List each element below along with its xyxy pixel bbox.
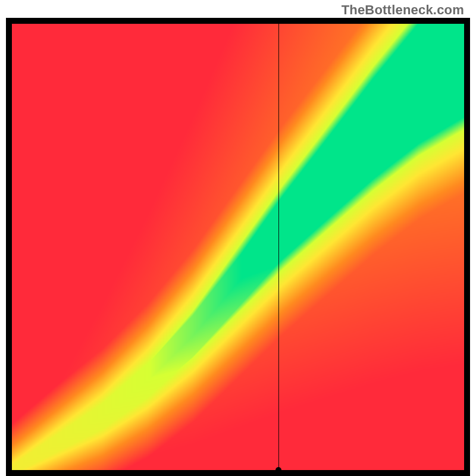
crosshair-vertical: [278, 24, 279, 470]
chart-frame: [6, 18, 470, 476]
bottleneck-heatmap: [12, 24, 464, 470]
selection-marker-dot[interactable]: [275, 467, 281, 473]
watermark-text: TheBottleneck.com: [342, 2, 464, 18]
